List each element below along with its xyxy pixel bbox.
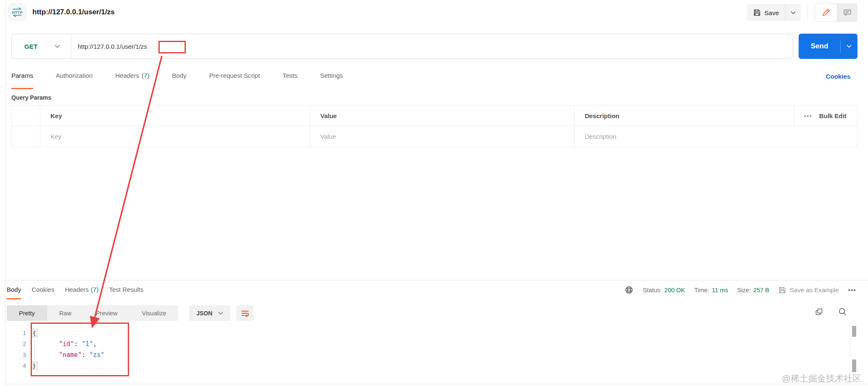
tab-headers-label: Headers [115,72,139,79]
send-options-button[interactable] [841,34,857,59]
pencil-icon [821,8,831,17]
tab-prerequest-script[interactable]: Pre-request Script [209,63,260,89]
view-tab-preview[interactable]: Preview [84,305,130,321]
bulk-edit-button[interactable]: ••• Bulk Edit [794,106,857,126]
network-info-button[interactable] [625,286,633,294]
tab-authorization[interactable]: Authorization [56,63,93,89]
save-as-example-label: Save as Example [790,286,839,293]
send-button[interactable]: Send [799,34,840,59]
request-tabs: Params Authorization Headers (7) Body Pr… [11,63,343,89]
time-indicator: Time: 11 ms [694,287,728,293]
description-input[interactable]: Description [574,126,857,147]
request-header: HTTP http://127.0.0.1/user/1/zs [8,3,115,21]
save-as-example-button[interactable]: Save as Example [778,286,839,294]
save-options-button[interactable] [786,4,801,21]
scrollbar-thumb[interactable] [852,360,856,372]
view-tab-raw[interactable]: Raw [47,305,84,321]
response-body-editor[interactable]: 1 { 2 "id":"1", 3 "name":"zs" 4 } [5,322,850,383]
comments-button[interactable] [837,3,857,22]
query-params-table: Key Value Description ••• Bulk Edit Key … [11,105,857,147]
method-dropdown[interactable]: GET [12,34,71,58]
wrap-lines-icon [240,309,250,318]
tab-params-label: Params [11,72,33,79]
table-header-row: Key Value Description ••• Bulk Edit [12,106,857,126]
view-tab-pretty[interactable]: Pretty [7,305,47,321]
watermark: @稀土掘金技术社区 [782,373,861,384]
save-icon [753,9,761,16]
json-comma: , [93,340,97,348]
key-input[interactable]: Key [40,126,310,147]
fold-toggle-close-brace[interactable]: } [31,362,38,370]
url-container: GET http://127.0.0.1/user/1/zs [11,34,793,59]
time-label: Time: [694,287,710,293]
status-label: Status: [643,287,662,293]
response-tab-test-results[interactable]: Test Results [109,280,143,299]
select-all-cell [12,106,40,126]
json-colon: : [74,340,78,348]
response-tab-cookies[interactable]: Cookies [32,280,54,299]
save-button[interactable]: Save [747,4,785,21]
search-icon [838,307,847,316]
response-tab-headers-count: (7) [91,286,98,293]
response-tab-body[interactable]: Body [7,280,21,299]
chevron-down-icon [218,312,223,315]
column-header-value: Value [310,106,574,126]
tab-headers-count: (7) [142,72,149,79]
tab-settings[interactable]: Settings [320,63,343,89]
tab-params[interactable]: Params [11,63,33,89]
copy-button[interactable] [813,306,824,317]
size-label: Size: [737,287,751,293]
value-input[interactable]: Value [310,126,574,147]
comment-icon [843,8,852,17]
column-header-description: Description [574,106,794,126]
search-button[interactable] [837,306,848,317]
fold-toggle-open-brace[interactable]: { [31,329,38,337]
response-more-options-button[interactable]: ••• [848,287,856,293]
time-value: 11 ms [712,287,728,293]
svg-text:HTTP: HTTP [12,10,23,15]
scrollbar-thumb[interactable] [852,326,856,337]
format-value: JSON [196,310,212,317]
send-button-group: Send [799,34,857,59]
line-number: 3 [5,352,26,358]
code-text: "name":"zs" [59,351,104,359]
url-input[interactable]: http://127.0.0.1/user/1/zs [71,43,147,50]
response-tab-cookies-label: Cookies [32,286,54,293]
response-tab-headers[interactable]: Headers (7) [65,280,98,299]
method-value: GET [24,43,38,50]
globe-icon [625,286,633,294]
tab-tests[interactable]: Tests [282,63,297,89]
request-builder: GET http://127.0.0.1/user/1/zs Send [11,34,857,59]
tab-prerequest-label: Pre-request Script [209,72,260,79]
response-view-controls: Pretty Raw Preview Visualize JSON [7,305,254,321]
cookies-link[interactable]: Cookies [826,63,850,89]
header-divider [807,4,808,21]
response-tab-headers-label: Headers [65,286,89,293]
column-header-key: Key [40,106,310,126]
tab-body[interactable]: Body [172,63,186,89]
chevron-down-icon [55,45,60,48]
bottom-edge [5,382,868,386]
line-number: 4 [5,362,26,369]
tab-settings-label: Settings [320,72,343,79]
code-line: 1 { [5,328,850,338]
http-request-icon: HTTP [8,3,26,21]
more-options-icon: ••• [804,113,813,119]
line-number: 2 [5,341,26,347]
save-icon [778,286,786,294]
send-button-label: Send [811,42,828,50]
tab-body-label: Body [172,72,186,79]
tab-headers[interactable]: Headers (7) [115,63,149,89]
view-tab-visualize[interactable]: Visualize [129,305,178,321]
line-number: 1 [5,330,26,336]
status-value: 200 OK [665,287,685,293]
size-indicator: Size: 257 B [737,287,769,293]
copy-icon [815,307,823,316]
format-dropdown[interactable]: JSON [189,305,230,321]
edit-request-button[interactable] [815,3,837,22]
view-mode-switch: Pretty Raw Preview Visualize [7,305,178,321]
tab-authorization-label: Authorization [56,72,93,79]
wrap-lines-button[interactable] [236,305,254,321]
table-row: Key Value Description [12,126,857,147]
response-body-actions [813,306,848,317]
